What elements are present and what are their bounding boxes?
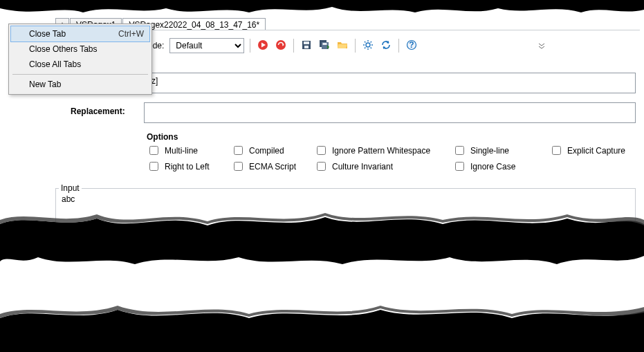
mode-select[interactable]: Default: [169, 38, 244, 53]
option-label: Explicit Capture: [567, 146, 625, 156]
black-band-bottom: [0, 326, 644, 352]
run-button[interactable]: [256, 39, 270, 53]
svg-line-16: [371, 47, 371, 48]
svg-rect-5: [304, 41, 309, 44]
option-label: Ignore Case: [470, 162, 515, 172]
tab-context-menu: Close Tab Ctrl+W Close Others Tabs Close…: [8, 24, 152, 95]
checkbox[interactable]: [149, 162, 158, 171]
options-grid: Multi-line Compiled Ignore Pattern White…: [147, 144, 644, 173]
option-explicit-capture[interactable]: Explicit Capture: [549, 144, 644, 157]
save-all-button[interactable]: [318, 39, 331, 53]
refresh-button[interactable]: [379, 39, 393, 53]
svg-rect-6: [304, 46, 309, 48]
gear-icon: [362, 39, 374, 53]
save-button[interactable]: [300, 39, 313, 53]
stop-button[interactable]: [274, 39, 288, 53]
option-label: Right to Left: [165, 162, 210, 172]
checkbox[interactable]: [234, 146, 243, 155]
toolbar-separator: [355, 39, 356, 53]
toolbar-overflow[interactable]: [537, 41, 546, 51]
checkbox[interactable]: [317, 146, 326, 155]
option-culture-invariant[interactable]: Culture Invariant: [314, 160, 452, 173]
option-label: ECMA Script: [249, 162, 296, 172]
toolbar-separator: [398, 39, 399, 53]
menu-label: Close Others Tabs: [29, 44, 98, 54]
option-ignore-pattern-whitespace[interactable]: Ignore Pattern Whitespace: [314, 144, 452, 157]
checkbox[interactable]: [234, 162, 243, 171]
option-compiled[interactable]: Compiled: [231, 144, 314, 157]
menu-close-others[interactable]: Close Others Tabs: [11, 41, 149, 57]
open-button[interactable]: [335, 39, 349, 53]
replacement-label: Replacement:: [71, 106, 125, 116]
torn-edge-mid-lower: [0, 249, 644, 274]
menu-shortcut: Ctrl+W: [118, 29, 144, 39]
checkbox[interactable]: [149, 146, 158, 155]
help-icon: ?: [406, 39, 417, 53]
svg-text:?: ?: [410, 39, 414, 49]
svg-point-2: [276, 40, 286, 50]
option-label: Single-line: [470, 146, 509, 156]
toolbar: ode: Default: [148, 36, 418, 55]
open-folder-icon: [337, 39, 348, 53]
option-multi-line[interactable]: Multi-line: [147, 144, 231, 157]
options-label: Options: [147, 132, 178, 142]
checkbox[interactable]: [317, 162, 326, 171]
checkbox[interactable]: [552, 146, 561, 155]
torn-edge-bottom-upper: [0, 297, 644, 328]
svg-rect-9: [323, 43, 327, 45]
svg-line-15: [365, 41, 365, 42]
menu-close-all[interactable]: Close All Tabs: [11, 57, 149, 72]
menu-separator: [12, 74, 148, 75]
expression-input[interactable]: -z]: [144, 73, 636, 93]
menu-label: Close All Tabs: [29, 59, 81, 69]
option-single-line[interactable]: Single-line: [452, 144, 549, 157]
save-icon: [301, 39, 312, 53]
menu-close-tab[interactable]: Close Tab Ctrl+W: [11, 26, 149, 41]
toolbar-separator: [250, 39, 250, 53]
option-label: Compiled: [249, 146, 284, 156]
input-textarea[interactable]: abc: [59, 193, 632, 225]
menu-label: Close Tab: [29, 29, 66, 39]
option-ecma-script[interactable]: ECMA Script: [231, 160, 314, 173]
input-value: abc: [62, 194, 75, 204]
option-label: Ignore Pattern Whitespace: [332, 146, 430, 156]
refresh-icon: [380, 39, 392, 53]
settings-button[interactable]: [361, 39, 375, 53]
option-ignore-case[interactable]: Ignore Case: [452, 160, 549, 173]
input-panel: Input abc: [55, 188, 636, 228]
svg-line-18: [371, 41, 371, 42]
checkbox[interactable]: [455, 162, 464, 171]
menu-label: New Tab: [29, 80, 61, 89]
replacement-input[interactable]: [144, 102, 636, 123]
menu-new-tab[interactable]: New Tab: [11, 77, 149, 92]
option-label: Multi-line: [165, 146, 198, 156]
run-icon: [257, 39, 268, 53]
svg-line-17: [365, 47, 365, 48]
torn-edge-top: [0, 0, 644, 17]
toolbar-separator: [293, 39, 294, 53]
black-band-mid: [0, 232, 644, 253]
input-legend: Input: [59, 183, 82, 193]
save-all-icon: [319, 39, 330, 53]
svg-point-10: [366, 43, 370, 47]
option-label: Culture Invariant: [332, 162, 393, 172]
stop-icon: [275, 39, 286, 53]
checkbox[interactable]: [455, 146, 464, 155]
help-button[interactable]: ?: [405, 39, 418, 53]
option-right-to-left[interactable]: Right to Left: [147, 160, 231, 173]
